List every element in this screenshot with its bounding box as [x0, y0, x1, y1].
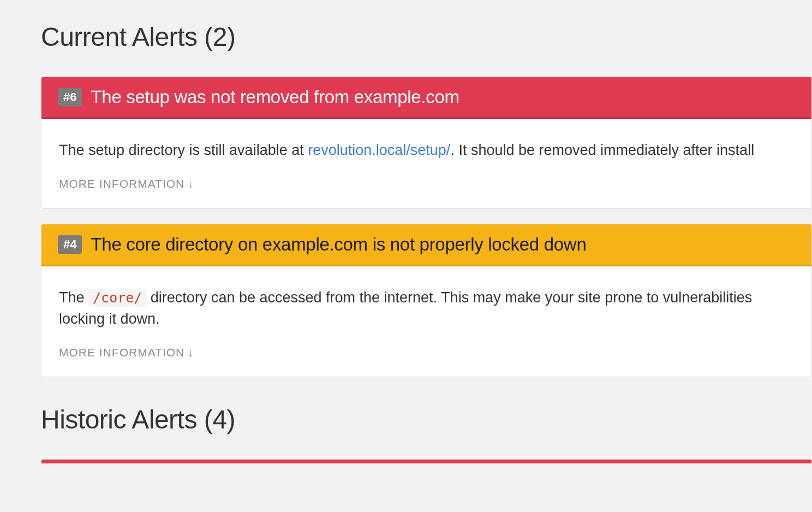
alert-body: The setup directory is still available a…	[41, 119, 811, 177]
alert-header[interactable]: #6 The setup was not removed from exampl…	[41, 77, 811, 119]
alert-header[interactable]: #4 The core directory on example.com is …	[41, 224, 811, 266]
more-info-label: MORE INFORMATION	[59, 177, 184, 190]
current-alerts-heading: Current Alerts (2)	[41, 22, 812, 52]
alert-body-text: The setup directory is still available a…	[59, 142, 308, 158]
alert-card: #4 The core directory on example.com is …	[41, 224, 812, 377]
more-info-link[interactable]: MORE INFORMATION ↓	[59, 177, 194, 190]
more-info-label: MORE INFORMATION	[59, 346, 184, 359]
alert-id-badge: #4	[58, 235, 82, 254]
historic-alerts-heading: Historic Alerts (4)	[41, 404, 812, 434]
alert-body-code: /core/	[88, 289, 146, 307]
alert-card: #6 The setup was not removed from exampl…	[41, 76, 812, 209]
alert-body-text: locking it down.	[59, 311, 160, 327]
alert-body-text: The	[59, 289, 88, 306]
alert-body-text: directory can be accessed from the inter…	[146, 289, 752, 306]
arrow-down-icon: ↓	[188, 178, 194, 190]
alert-body-text: . It should be removed immediately after…	[450, 142, 754, 158]
more-info-container: MORE INFORMATION ↓	[41, 177, 811, 208]
alert-id-badge: #6	[58, 88, 82, 107]
alert-title: The core directory on example.com is not…	[91, 234, 586, 255]
historic-alert-card-top	[41, 459, 812, 463]
alert-title: The setup was not removed from example.c…	[91, 87, 459, 108]
arrow-down-icon: ↓	[188, 347, 194, 359]
alert-body: The /core/ directory can be accessed fro…	[41, 266, 811, 346]
alert-body-link[interactable]: revolution.local/setup/	[308, 142, 450, 158]
more-info-container: MORE INFORMATION ↓	[41, 346, 811, 377]
more-info-link[interactable]: MORE INFORMATION ↓	[59, 346, 194, 359]
